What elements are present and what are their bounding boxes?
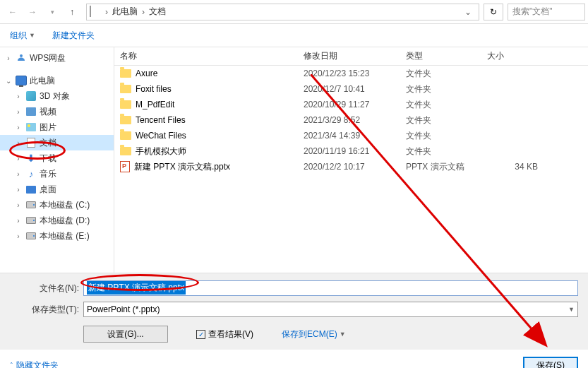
sidebar-item-label: 文档 xyxy=(40,137,56,149)
expand-icon[interactable]: › xyxy=(14,155,23,162)
file-date: 2020/12/23 15:23 xyxy=(298,69,400,78)
expand-icon[interactable]: › xyxy=(14,186,23,194)
checkbox-icon: ✓ xyxy=(196,330,205,339)
expand-icon[interactable]: › xyxy=(14,139,23,147)
file-list[interactable]: Axure2020/12/23 15:23文件夹Foxit files2020/… xyxy=(114,66,588,273)
expand-icon[interactable]: › xyxy=(14,217,23,225)
expand-icon[interactable]: ⌄ xyxy=(4,77,13,85)
refresh-button[interactable]: ↻ xyxy=(484,4,503,20)
file-row[interactable]: Axure2020/12/23 15:23文件夹 xyxy=(114,66,588,81)
file-size: 34 KB xyxy=(481,162,538,172)
sidebar-item-label: 本地磁盘 (E:) xyxy=(40,230,90,242)
file-name: 新建 PPTX 演示文稿.pptx xyxy=(134,161,230,173)
hide-folders-label: 隐藏文件夹 xyxy=(16,360,59,369)
settings-button[interactable]: 设置(G)... xyxy=(83,326,168,343)
sidebar-item[interactable]: ›桌面 xyxy=(0,182,114,197)
video-icon xyxy=(25,106,37,117)
file-name: WeChat Files xyxy=(136,131,186,141)
file-name: Tencent Files xyxy=(136,115,186,125)
save-ecm-dropdown[interactable]: 保存到ECM(E) ▼ xyxy=(282,328,346,340)
up-button[interactable]: ↑ xyxy=(62,2,82,22)
file-row[interactable]: Tencent Files2021/3/29 8:52文件夹 xyxy=(114,112,588,128)
file-date: 2020/12/2 10:17 xyxy=(298,162,400,172)
sidebar-item-label: 本地磁盘 (C:) xyxy=(40,199,90,211)
expand-icon[interactable]: › xyxy=(14,108,23,116)
hide-folders-link[interactable]: ˄ 隐藏文件夹 xyxy=(10,360,59,369)
forward-button[interactable]: → xyxy=(23,2,42,22)
file-row[interactable]: Foxit files2020/12/7 10:41文件夹 xyxy=(114,81,588,97)
sidebar-item[interactable]: ›图片 xyxy=(0,119,114,135)
footer: ˄ 隐藏文件夹 保存(S) xyxy=(0,350,588,368)
address-dropdown[interactable]: ⌄ xyxy=(460,7,476,17)
save-button[interactable]: 保存(S) xyxy=(523,357,578,368)
file-row[interactable]: 手机模拟大师2020/11/19 16:21文件夹 xyxy=(114,143,588,159)
folder-icon xyxy=(120,100,131,109)
recent-dropdown[interactable]: ▾ xyxy=(42,2,62,22)
organize-menu[interactable]: 组织 ▼ xyxy=(10,30,35,42)
file-type: 文件夹 xyxy=(400,130,481,142)
save-ecm-label: 保存到ECM(E) xyxy=(282,328,337,340)
sidebar-item[interactable]: ›♪音乐 xyxy=(0,166,114,182)
disk-icon xyxy=(25,215,37,226)
chevron-right-icon[interactable]: › xyxy=(104,7,109,17)
organize-label: 组织 xyxy=(10,30,27,42)
file-row[interactable]: M_PdfEdit2020/10/29 11:27文件夹 xyxy=(114,97,588,112)
expand-icon[interactable]: › xyxy=(14,170,23,178)
download-icon: ⬇ xyxy=(25,153,37,164)
file-type: 文件夹 xyxy=(400,146,481,158)
folder-icon xyxy=(120,147,131,155)
sidebar-item-label: 本地磁盘 (D:) xyxy=(40,215,90,227)
sidebar-item[interactable]: ›本地磁盘 (C:) xyxy=(0,197,114,213)
sidebar-item[interactable]: ›文档 xyxy=(0,135,114,150)
chevron-up-icon: ˄ xyxy=(10,362,13,368)
sidebar-item-label: 视频 xyxy=(40,106,56,118)
filetype-label: 保存类型(T): xyxy=(10,304,83,316)
new-folder-button[interactable]: 新建文件夹 xyxy=(52,30,95,42)
file-list-area: 名称 修改日期 类型 大小 Axure2020/12/23 15:23文件夹Fo… xyxy=(114,47,588,273)
sidebar-item[interactable]: ›本地磁盘 (D:) xyxy=(0,213,114,228)
sidebar-item-label: 桌面 xyxy=(40,184,56,196)
folder-icon xyxy=(120,85,131,93)
column-date[interactable]: 修改日期 xyxy=(298,50,400,62)
expand-icon[interactable]: › xyxy=(14,93,23,100)
expand-icon[interactable]: › xyxy=(14,232,23,240)
sidebar[interactable]: ›WPS网盘⌄此电脑›3D 对象›视频›图片›文档›⬇下载›♪音乐›桌面›本地磁… xyxy=(0,47,114,273)
file-type: 文件夹 xyxy=(400,68,481,80)
sidebar-item[interactable]: ›⬇下载 xyxy=(0,150,114,166)
filename-input[interactable]: 新建 PPTX 演示文稿.pptx xyxy=(83,280,578,296)
column-size[interactable]: 大小 xyxy=(481,50,538,62)
column-type[interactable]: 类型 xyxy=(400,50,481,62)
column-headers: 名称 修改日期 类型 大小 xyxy=(114,47,588,66)
location-icon xyxy=(90,6,101,18)
address-bar[interactable]: › 此电脑 › 文档 ⌄ xyxy=(86,4,479,20)
save-panel: 文件名(N): 新建 PPTX 演示文稿.pptx 保存类型(T): Power… xyxy=(0,273,588,350)
file-name: 手机模拟大师 xyxy=(136,146,186,158)
column-name[interactable]: 名称 xyxy=(114,50,298,62)
sidebar-item[interactable]: ›3D 对象 xyxy=(0,88,114,104)
sidebar-item-label: 此电脑 xyxy=(30,75,55,87)
sidebar-item[interactable]: ›视频 xyxy=(0,104,114,119)
expand-icon[interactable]: › xyxy=(14,201,23,209)
file-date: 2020/10/29 11:27 xyxy=(298,100,400,109)
sidebar-item[interactable]: ›WPS网盘 xyxy=(0,50,114,66)
sidebar-item-label: 图片 xyxy=(40,121,56,133)
file-row[interactable]: WeChat Files2021/3/4 14:39文件夹 xyxy=(114,128,588,143)
chevron-down-icon: ▼ xyxy=(340,331,346,338)
sidebar-item[interactable]: ›本地磁盘 (E:) xyxy=(0,228,114,244)
desktop-icon xyxy=(25,184,37,195)
expand-icon[interactable]: › xyxy=(14,124,23,131)
search-input[interactable]: 搜索"文档" xyxy=(508,4,585,20)
chevron-right-icon[interactable]: › xyxy=(140,7,146,17)
breadcrumb-item[interactable]: 文档 xyxy=(146,6,169,18)
file-row[interactable]: 新建 PPTX 演示文稿.pptx2020/12/2 10:17PPTX 演示文… xyxy=(114,159,588,174)
filetype-select[interactable]: PowerPoint (*.pptx) ▼ xyxy=(83,302,578,317)
filename-value: 新建 PPTX 演示文稿.pptx xyxy=(87,281,186,295)
file-type: 文件夹 xyxy=(400,99,481,111)
sidebar-item[interactable]: ⌄此电脑 xyxy=(0,73,114,88)
sidebar-item-label: 音乐 xyxy=(40,168,56,180)
file-date: 2020/11/19 16:21 xyxy=(298,146,400,156)
expand-icon[interactable]: › xyxy=(4,54,13,62)
view-result-checkbox[interactable]: ✓ 查看结果(V) xyxy=(196,328,253,340)
back-button[interactable]: ← xyxy=(3,2,23,22)
breadcrumb-item[interactable]: 此电脑 xyxy=(109,6,140,18)
